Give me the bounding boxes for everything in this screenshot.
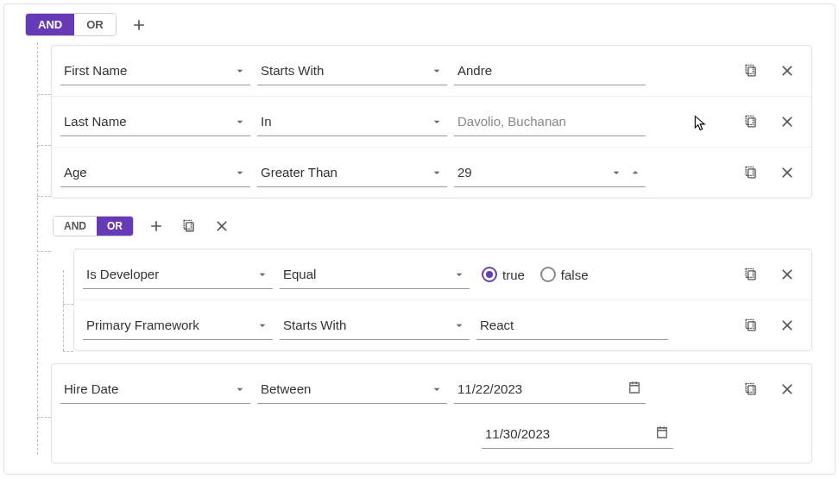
delete-button[interactable] <box>777 162 798 183</box>
close-icon <box>779 113 796 130</box>
delete-group-button[interactable] <box>211 216 232 236</box>
operator-label: In <box>261 114 272 129</box>
operator-select[interactable]: Between <box>257 375 447 404</box>
tree-connector <box>37 196 51 197</box>
radio-false[interactable]: false <box>540 267 589 282</box>
or-button[interactable]: OR <box>74 14 116 35</box>
rule-row: Hire Date Between 11/22/2023 11/30/2023 <box>52 364 811 463</box>
value-input[interactable] <box>476 311 668 340</box>
copy-button[interactable] <box>741 162 761 183</box>
logic-toggle: AND OR <box>53 216 134 236</box>
operator-select[interactable]: Equal <box>280 260 470 289</box>
field-select[interactable]: Is Developer <box>83 260 273 289</box>
radio-label: false <box>561 268 589 282</box>
delete-button[interactable] <box>777 60 798 81</box>
rules-list: Hire Date Between 11/22/2023 11/30/2023 <box>51 363 812 463</box>
and-button[interactable]: AND <box>54 217 97 236</box>
delete-button[interactable] <box>777 315 798 336</box>
or-button[interactable]: OR <box>97 217 133 236</box>
date-value-text: 11/22/2023 <box>457 381 522 396</box>
copy-button[interactable] <box>741 379 761 400</box>
sub-group-header: AND OR <box>4 198 835 249</box>
svg-rect-6 <box>748 386 755 394</box>
calendar-icon[interactable] <box>627 380 642 398</box>
field-select[interactable]: Hire Date <box>60 375 250 404</box>
tree-line <box>63 270 64 351</box>
field-label: First Name <box>64 63 127 78</box>
operator-label: Greater Than <box>261 165 337 180</box>
number-value: 29 <box>457 165 472 180</box>
chevron-up-icon[interactable] <box>628 166 642 180</box>
svg-rect-4 <box>748 271 755 280</box>
delete-button[interactable] <box>777 379 798 400</box>
copy-icon <box>742 381 760 398</box>
copy-icon <box>742 113 760 130</box>
date-input[interactable]: 11/22/2023 <box>454 375 646 404</box>
chevron-down-icon <box>255 268 269 281</box>
number-input[interactable]: 29 <box>454 158 646 187</box>
tree-connector <box>37 94 51 95</box>
text-input[interactable] <box>457 114 642 129</box>
field-select[interactable]: First Name <box>60 56 250 85</box>
plus-icon <box>130 16 148 34</box>
copy-icon <box>742 317 760 334</box>
copy-group-button[interactable] <box>179 216 199 236</box>
field-select[interactable]: Last Name <box>60 107 250 136</box>
text-input[interactable] <box>457 63 642 78</box>
rule-row: First Name Starts With <box>52 46 811 97</box>
chevron-down-icon <box>233 382 247 396</box>
operator-select[interactable]: Starts With <box>280 311 470 340</box>
text-input[interactable] <box>480 318 665 332</box>
copy-button[interactable] <box>741 315 761 336</box>
svg-rect-5 <box>748 322 755 331</box>
chevron-down-icon <box>233 115 247 129</box>
operator-select[interactable]: Greater Than <box>257 158 447 187</box>
date-value-text: 11/30/2023 <box>485 426 550 441</box>
copy-icon <box>742 164 760 181</box>
delete-button[interactable] <box>777 264 798 285</box>
radio-true[interactable]: true <box>482 267 525 282</box>
field-label: Hire Date <box>64 381 118 396</box>
tree-connector <box>37 145 51 146</box>
field-label: Primary Framework <box>86 318 199 332</box>
nested-rules-list: Is Developer Equal true false Primary Fr… <box>73 249 812 351</box>
chevron-down-icon <box>233 166 247 180</box>
operator-label: Between <box>261 381 311 396</box>
and-button[interactable]: AND <box>26 14 74 35</box>
copy-button[interactable] <box>741 111 761 132</box>
value-input[interactable] <box>454 107 646 136</box>
chevron-down-icon <box>255 318 269 332</box>
chevron-down-icon <box>452 318 466 332</box>
field-select[interactable]: Primary Framework <box>83 311 273 340</box>
operator-select[interactable]: In <box>257 107 447 136</box>
copy-button[interactable] <box>741 264 761 285</box>
rule-row: Primary Framework Starts With <box>74 300 811 350</box>
close-icon <box>779 62 796 79</box>
add-rule-button[interactable] <box>129 15 149 35</box>
value-input[interactable] <box>454 56 646 85</box>
field-label: Age <box>64 165 87 180</box>
add-rule-button[interactable] <box>146 216 167 236</box>
close-icon <box>779 266 796 283</box>
copy-button[interactable] <box>741 60 761 81</box>
copy-icon <box>742 266 760 283</box>
field-select[interactable]: Age <box>60 158 250 187</box>
date-input[interactable]: 11/30/2023 <box>482 419 673 449</box>
svg-rect-3 <box>186 223 193 231</box>
radio-icon <box>482 267 497 282</box>
tree-connector <box>37 417 51 418</box>
chevron-down-icon <box>452 268 466 281</box>
field-label: Last Name <box>64 114 127 129</box>
close-icon <box>779 381 796 398</box>
query-builder: AND OR First Name Starts With Last Name <box>3 3 836 475</box>
root-group-header: AND OR <box>4 4 835 45</box>
operator-select[interactable]: Starts With <box>257 56 447 85</box>
calendar-icon[interactable] <box>654 425 670 443</box>
operator-label: Equal <box>283 267 316 281</box>
tree-line <box>37 42 38 455</box>
operator-label: Starts With <box>283 318 346 332</box>
chevron-down-icon[interactable] <box>609 166 623 180</box>
operator-label: Starts With <box>261 63 324 78</box>
radio-group: true false <box>476 267 668 282</box>
delete-button[interactable] <box>777 111 798 132</box>
